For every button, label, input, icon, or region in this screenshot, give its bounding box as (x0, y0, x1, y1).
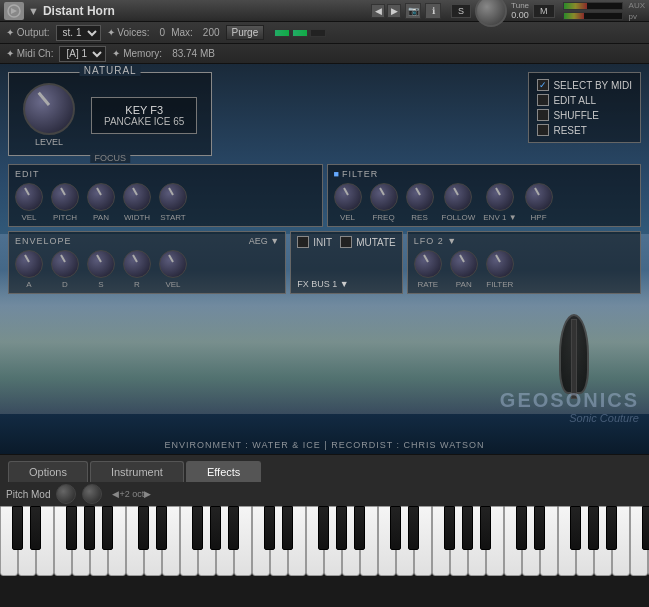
env-knob-r: R (123, 250, 151, 289)
fx-bus-label[interactable]: FX BUS 1 ▼ (297, 279, 348, 289)
init-row: INIT (297, 236, 332, 248)
edit-knob-pan: PAN (87, 183, 115, 222)
filter-env1-knob[interactable] (486, 183, 514, 211)
header-bar: ▼ Distant Horn ◀ ▶ 📷 ℹ S Tune 0.00 M AUX… (0, 0, 649, 22)
black-key[interactable] (156, 506, 167, 550)
black-key[interactable] (66, 506, 77, 550)
black-key[interactable] (354, 506, 365, 550)
env-vel-knob[interactable] (159, 250, 187, 278)
black-key[interactable] (228, 506, 239, 550)
keyboard-area: Pitch Mod ◀+2 oct▶ (0, 482, 649, 582)
edit-pitch-knob[interactable] (51, 183, 79, 211)
black-key[interactable] (30, 506, 41, 550)
black-key[interactable] (318, 506, 329, 550)
fx-bus-row: FX BUS 1 ▼ (297, 279, 396, 289)
logo (4, 2, 24, 20)
max-label: Max: (171, 27, 193, 38)
tab-options[interactable]: Options (8, 461, 88, 482)
edit-knobs-row: VEL PITCH PAN WIDTH (15, 183, 316, 222)
filter-freq-knob[interactable] (370, 183, 398, 211)
black-key[interactable] (192, 506, 203, 550)
env-knob-a: A (15, 250, 43, 289)
env-knob-s: S (87, 250, 115, 289)
black-key[interactable] (570, 506, 581, 550)
filter-hpf-knob[interactable] (525, 183, 553, 211)
black-key[interactable] (588, 506, 599, 550)
black-key[interactable] (210, 506, 221, 550)
black-key[interactable] (462, 506, 473, 550)
filter-vel-label: VEL (340, 213, 355, 222)
filter-vel-knob[interactable] (334, 183, 362, 211)
pitch-knob-1[interactable] (56, 484, 76, 504)
edit-width-label: WIDTH (124, 213, 150, 222)
status-lights (274, 29, 326, 37)
filter-env1-label: ENV 1 ▼ (483, 213, 516, 222)
edit-pan-knob[interactable] (87, 183, 115, 211)
black-key[interactable] (444, 506, 455, 550)
lfo-filter-knob[interactable] (486, 250, 514, 278)
mutate-checkbox[interactable] (340, 236, 352, 248)
black-key[interactable] (84, 506, 95, 550)
black-key[interactable] (606, 506, 617, 550)
edit-box-header: EDIT (15, 169, 316, 179)
edit-all-checkbox[interactable] (537, 94, 549, 106)
env-a-label: A (26, 280, 31, 289)
purge-button[interactable]: Purge (226, 25, 265, 40)
filter-follow-label: FOLLOW (442, 213, 476, 222)
lfo-rate-knob[interactable] (414, 250, 442, 278)
black-key[interactable] (282, 506, 293, 550)
m-button[interactable]: M (533, 4, 555, 18)
natural-section: NATURAL LEVEL KEY F3 PANCAKE ICE 65 FOCU… (8, 72, 641, 156)
reset-checkbox[interactable] (537, 124, 549, 136)
edit-start-knob[interactable] (159, 183, 187, 211)
piano-keyboard (0, 506, 649, 582)
black-key[interactable] (138, 506, 149, 550)
s-button[interactable]: S (451, 4, 471, 18)
filter-res-knob[interactable] (406, 183, 434, 211)
aeg-dropdown[interactable]: AEG ▼ (249, 236, 279, 246)
env-a-knob[interactable] (15, 250, 43, 278)
octave-label[interactable]: ◀+2 oct▶ (112, 489, 151, 499)
edit-width-knob[interactable] (123, 183, 151, 211)
output-select[interactable]: st. 1 (56, 25, 101, 41)
init-checkbox[interactable] (297, 236, 309, 248)
edit-vel-label: VEL (21, 213, 36, 222)
bottom-credit: ENVIRONMENT : WATER & ICE | RECORDIST : … (0, 440, 649, 450)
env-r-knob[interactable] (123, 250, 151, 278)
env-d-knob[interactable] (51, 250, 79, 278)
next-button[interactable]: ▶ (387, 4, 401, 18)
black-key[interactable] (336, 506, 347, 550)
env-s-knob[interactable] (87, 250, 115, 278)
black-key[interactable] (642, 506, 649, 550)
lfo-title[interactable]: LFO 2 ▼ (414, 236, 457, 246)
filter-follow-knob[interactable] (444, 183, 472, 211)
shuffle-row: SHUFFLE (537, 109, 632, 121)
select-by-midi-checkbox[interactable] (537, 79, 549, 91)
level-knob[interactable] (23, 83, 75, 135)
lfo-pan-knob[interactable] (450, 250, 478, 278)
level-label: LEVEL (35, 137, 63, 147)
black-key[interactable] (480, 506, 491, 550)
filter-knobs-row: VEL FREQ RES FOLLOW (334, 183, 635, 222)
pitch-knob-2[interactable] (82, 484, 102, 504)
black-key[interactable] (102, 506, 113, 550)
camera-button[interactable]: 📷 (405, 3, 421, 19)
black-key[interactable] (390, 506, 401, 550)
black-key[interactable] (516, 506, 527, 550)
black-key[interactable] (408, 506, 419, 550)
tune-dial[interactable] (475, 0, 507, 27)
midi-select[interactable]: [A] 1 (59, 46, 106, 62)
checkboxes-panel: SELECT BY MIDI EDIT ALL SHUFFLE RESET (528, 72, 641, 143)
tab-effects[interactable]: Effects (186, 461, 261, 482)
edit-start-label: START (160, 213, 185, 222)
edit-vel-knob[interactable] (15, 183, 43, 211)
info-button[interactable]: ℹ (425, 3, 441, 19)
prev-button[interactable]: ◀ (371, 4, 385, 18)
black-key[interactable] (534, 506, 545, 550)
shuffle-checkbox[interactable] (537, 109, 549, 121)
black-key[interactable] (12, 506, 23, 550)
black-key[interactable] (264, 506, 275, 550)
mutate-label: MUTATE (356, 237, 396, 248)
tab-instrument[interactable]: Instrument (90, 461, 184, 482)
filter-box: ■ FILTER VEL FREQ RES (327, 164, 642, 227)
